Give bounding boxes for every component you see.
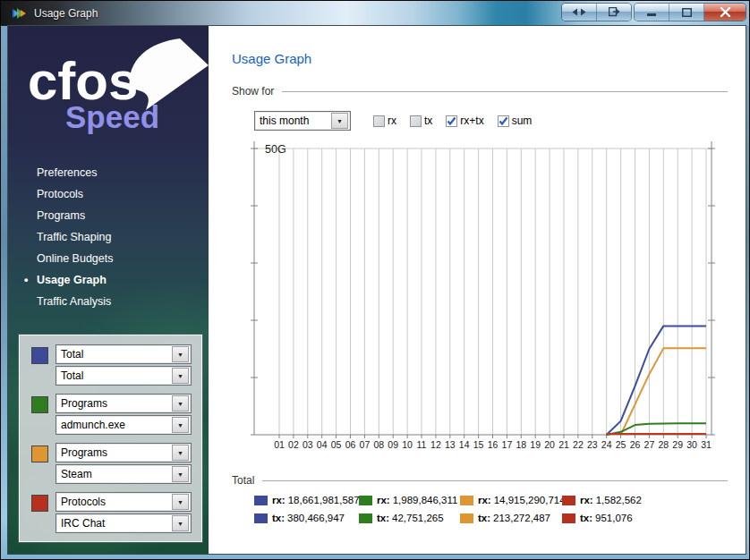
series-color-swatch <box>31 347 48 364</box>
svg-text:27: 27 <box>644 439 655 450</box>
chevron-down-icon[interactable]: ▼ <box>172 515 189 531</box>
sidebar-item-traffic-analysis[interactable]: Traffic Analysis <box>8 291 209 312</box>
chevron-down-icon[interactable]: ▼ <box>172 368 189 384</box>
sidebar-item-label: Traffic Shaping <box>37 231 111 243</box>
svg-text:50G: 50G <box>265 143 286 156</box>
item-select-3[interactable]: Steam▼ <box>56 465 191 483</box>
totals-legend: rx:18,661,981,587tx:380,466,947rx:1,989,… <box>254 493 746 525</box>
checkbox-tx[interactable]: tx <box>410 115 432 127</box>
legend-key: rx: <box>272 495 286 505</box>
sidebar-item-usage-graph[interactable]: •Usage Graph <box>8 269 209 291</box>
selector-group-3: Programs▼Steam▼ <box>31 444 201 483</box>
checkbox-label: rx+tx <box>460 115 483 127</box>
category-select-3[interactable]: Programs▼ <box>56 444 191 462</box>
total-label: Total <box>232 474 254 487</box>
legend-key: rx: <box>377 495 390 505</box>
svg-text:31: 31 <box>701 439 712 450</box>
svg-text:12: 12 <box>430 439 441 450</box>
sidebar-item-label: Programs <box>37 209 85 222</box>
show-for-label: Show for <box>232 85 274 98</box>
legend-color-swatch <box>254 496 268 505</box>
svg-text:16: 16 <box>488 439 499 450</box>
legend-row-tx: tx:380,466,947 <box>254 511 359 525</box>
sidebar-item-preferences[interactable]: Preferences <box>8 162 209 183</box>
sidebar-item-label: Usage Graph <box>37 274 107 286</box>
sidebar-item-programs[interactable]: Programs <box>8 205 209 226</box>
item-select-1[interactable]: Total▼ <box>56 367 191 385</box>
close-button[interactable] <box>704 4 746 21</box>
chevron-down-icon[interactable]: ▼ <box>172 445 189 461</box>
series-line <box>607 326 706 435</box>
legend-key: rx: <box>478 495 491 505</box>
svg-text:25: 25 <box>616 439 626 450</box>
sidebar-item-label: Protocols <box>37 188 83 200</box>
series-mode-checkboxes: rxtxrx+txsum <box>373 115 532 127</box>
legend-value: 1,989,846,311 <box>393 495 458 505</box>
checked-checkbox-icon[interactable] <box>446 115 457 127</box>
svg-text:02: 02 <box>288 439 299 450</box>
svg-text:26: 26 <box>630 439 641 450</box>
legend-value: 42,751,265 <box>392 513 444 523</box>
selector-group-1: Total▼Total▼ <box>31 345 201 385</box>
minimize-button[interactable] <box>635 4 669 21</box>
checkbox-rx-plus-tx[interactable]: rx+tx <box>446 115 483 127</box>
legend-key: tx: <box>478 513 490 523</box>
checked-checkbox-icon[interactable] <box>498 115 509 127</box>
category-select-2[interactable]: Programs▼ <box>56 395 191 412</box>
svg-text:22: 22 <box>573 439 584 450</box>
svg-text:20: 20 <box>544 439 555 450</box>
show-for-section-header: Show for <box>232 85 728 98</box>
title-bar[interactable]: Usage Graph <box>1 1 750 26</box>
chevron-down-icon[interactable]: ▼ <box>172 466 189 482</box>
series-color-swatch <box>31 396 48 413</box>
checkbox-rx[interactable]: rx <box>373 115 396 127</box>
dock-arrows-button[interactable] <box>562 4 597 21</box>
maximize-button[interactable] <box>669 4 704 21</box>
legend-key: tx: <box>377 513 389 523</box>
popout-button[interactable] <box>597 4 631 21</box>
svg-text:04: 04 <box>317 439 328 450</box>
sidebar-item-online-budgets[interactable]: Online Budgets <box>8 248 209 269</box>
chevron-down-icon[interactable]: ▼ <box>172 346 189 362</box>
legend-row-rx: rx:14,915,290,714 <box>460 493 562 507</box>
legend-color-swatch <box>460 513 473 523</box>
svg-text:10: 10 <box>402 439 413 450</box>
legend-row-tx: tx:213,272,487 <box>460 511 562 525</box>
section-divider <box>282 91 728 92</box>
total-section-header: Total <box>232 474 728 487</box>
chevron-down-icon[interactable]: ▼ <box>172 395 189 412</box>
legend-column-3: rx:14,915,290,714tx:213,272,487 <box>460 493 562 525</box>
item-select-2[interactable]: admunch.exe▼ <box>56 416 191 434</box>
legend-key: tx: <box>580 513 592 523</box>
legend-color-swatch <box>254 513 268 523</box>
legend-color-swatch <box>562 496 575 505</box>
category-select-1[interactable]: Total▼ <box>56 345 191 363</box>
checkbox-label: tx <box>424 115 432 127</box>
legend-key: rx: <box>580 495 593 505</box>
legend-row-tx: tx:951,076 <box>562 511 746 525</box>
chevron-down-icon[interactable]: ▼ <box>172 417 189 433</box>
unchecked-checkbox-icon[interactable] <box>373 115 385 127</box>
category-select-4[interactable]: Protocols▼ <box>56 493 191 511</box>
checkbox-sum[interactable]: sum <box>498 115 533 127</box>
svg-text:05: 05 <box>331 439 342 450</box>
chevron-down-icon[interactable]: ▼ <box>172 494 189 510</box>
unchecked-checkbox-icon[interactable] <box>410 115 422 127</box>
legend-color-swatch <box>359 496 372 505</box>
legend-column-4: rx:1,582,562tx:951,076 <box>562 493 746 525</box>
legend-row-rx: rx:1,582,562 <box>562 493 746 507</box>
legend-color-swatch <box>562 513 575 523</box>
sidebar-item-protocols[interactable]: Protocols <box>8 183 209 205</box>
legend-value: 14,915,290,714 <box>494 495 566 505</box>
item-select-4[interactable]: IRC Chat▼ <box>56 514 191 532</box>
chevron-down-icon[interactable]: ▼ <box>331 113 348 129</box>
main-content: Usage Graph Show for this month ▼ rxtxrx… <box>209 26 746 554</box>
chart-controls: this month ▼ rxtxrx+txsum <box>255 111 746 131</box>
sidebar-item-traffic-shaping[interactable]: Traffic Shaping <box>8 226 209 248</box>
selector-group-2: Programs▼admunch.exe▼ <box>31 395 201 434</box>
svg-text:14: 14 <box>459 439 470 450</box>
legend-color-swatch <box>359 513 372 523</box>
app-window: Usage Graph cfos Speed PreferencesProtoc… <box>0 0 750 560</box>
period-select[interactable]: this month ▼ <box>255 112 350 130</box>
svg-text:18: 18 <box>516 439 526 450</box>
